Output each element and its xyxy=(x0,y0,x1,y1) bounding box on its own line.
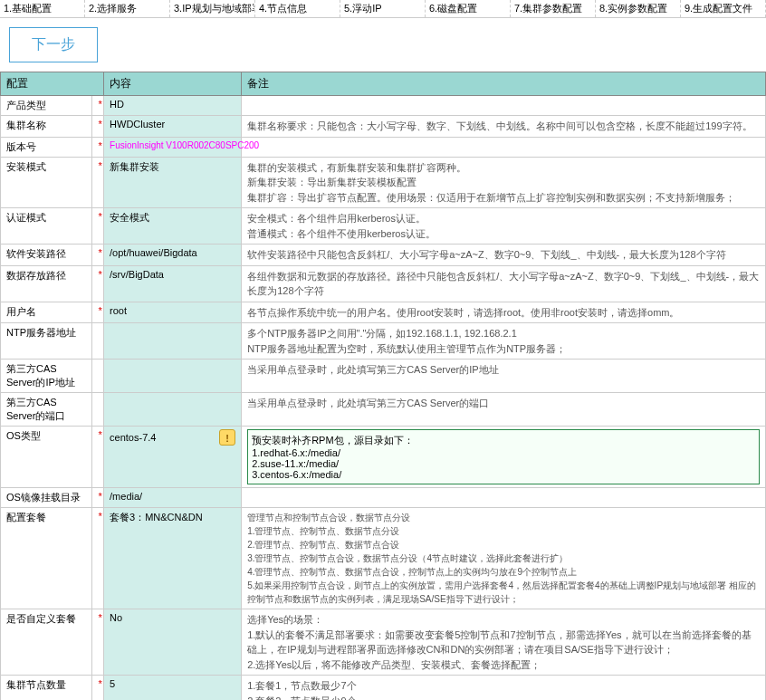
required-marker: * xyxy=(92,116,104,138)
note-product-type xyxy=(242,96,766,116)
note-pkg: 管理节点和控制节点合设，数据节点分设 1.管理节点、控制节点、数据节点分设 2.… xyxy=(242,508,766,609)
row-username: 用户名 * root 各节点操作系统中统一的用户名。使用root安装时，请选择r… xyxy=(1,302,766,323)
value-data-path[interactable]: /srv/BigData xyxy=(104,265,242,302)
label-os-mount: OS镜像挂载目录 xyxy=(1,488,92,508)
row-cluster-name: 集群名称 * HWDCluster 集群名称要求：只能包含：大小写字母、数字、下… xyxy=(1,116,766,138)
row-auth-mode: 认证模式 * 安全模式 安全模式：各个组件启用kerberos认证。 普通模式：… xyxy=(1,208,766,245)
label-data-path: 数据存放路径 xyxy=(1,265,92,302)
required-marker xyxy=(92,360,104,393)
required-marker: * xyxy=(92,208,104,245)
value-ntp[interactable] xyxy=(104,323,242,360)
wizard-steps: 1.基础配置 2.选择服务 3.IP规划与地域部署 4.节点信息 5.浮动IP … xyxy=(0,0,766,18)
note-cluster-name: 集群名称要求：只能包含：大小写字母、数字、下划线、中划线。名称中间可以包含空格，… xyxy=(242,116,766,138)
value-pkg[interactable]: 套餐3：MN&CN&DN xyxy=(104,508,242,609)
col-header-config: 配置 xyxy=(1,72,104,96)
note-auth-mode: 安全模式：各个组件启用kerberos认证。 普通模式：各个组件不使用kerbe… xyxy=(242,208,766,245)
row-data-path: 数据存放路径 * /srv/BigData 各组件数据和元数据的存放路径。路径中… xyxy=(1,265,766,302)
value-node-count[interactable]: 5 xyxy=(104,676,242,701)
note-data-path: 各组件数据和元数据的存放路径。路径中只能包含反斜杠/、大小写字母a~zA~Z、数… xyxy=(242,265,766,302)
step-1[interactable]: 1.基础配置 xyxy=(0,0,85,17)
row-version: 版本号 * FusionInsight V100R002C80SPC200 xyxy=(1,137,766,157)
row-os-mount: OS镜像挂载目录 * /media/ xyxy=(1,488,766,508)
row-pkg: 配置套餐 * 套餐3：MN&CN&DN 管理节点和控制节点合设，数据节点分设 1… xyxy=(1,508,766,609)
config-table: 配置 内容 备注 产品类型 * HD 集群名称 * HWDCluster 集群名… xyxy=(0,72,766,700)
value-cluster-name[interactable]: HWDCluster xyxy=(104,116,242,138)
label-node-count: 集群节点数量 xyxy=(1,676,92,701)
label-cas-port: 第三方CAS Server的端口 xyxy=(1,393,92,427)
label-custom: 是否自定义套餐 xyxy=(1,609,92,676)
required-marker: * xyxy=(92,508,104,609)
value-username[interactable]: root xyxy=(104,302,242,323)
value-product-type[interactable]: HD xyxy=(104,96,242,116)
label-pkg: 配置套餐 xyxy=(1,508,92,609)
required-marker xyxy=(92,323,104,360)
required-marker: * xyxy=(92,302,104,323)
required-marker: * xyxy=(92,157,104,208)
required-marker xyxy=(92,393,104,427)
row-cas-port: 第三方CAS Server的端口 当采用单点登录时，此处填写第三方CAS Ser… xyxy=(1,393,766,427)
required-marker: * xyxy=(92,96,104,116)
required-marker: * xyxy=(92,427,104,488)
label-product-type: 产品类型 xyxy=(1,96,92,116)
label-version: 版本号 xyxy=(1,137,92,157)
step-7[interactable]: 7.集群参数配置 xyxy=(511,0,596,17)
note-ntp: 多个NTP服务器IP之间用"."分隔，如192.168.1.1, 192.168… xyxy=(242,323,766,360)
col-header-content: 内容 xyxy=(104,72,242,96)
required-marker: * xyxy=(92,488,104,508)
step-3[interactable]: 3.IP规划与地域部署 xyxy=(170,0,255,17)
next-button[interactable]: 下一步 xyxy=(9,27,98,62)
label-install-path: 软件安装路径 xyxy=(1,245,92,266)
step-8[interactable]: 8.实例参数配置 xyxy=(596,0,681,17)
row-cas-ip: 第三方CAS Server的IP地址 当采用单点登录时，此处填写第三方CAS S… xyxy=(1,360,766,393)
step-5[interactable]: 5.浮动IP xyxy=(340,0,426,17)
label-install-mode: 安装模式 xyxy=(1,157,92,208)
note-version xyxy=(242,137,766,157)
row-product-type: 产品类型 * HD xyxy=(1,96,766,116)
label-ntp: NTP服务器地址 xyxy=(1,323,92,360)
note-os-type: 预安装时补齐RPM包，源目录如下： 1.redhat-6.x:/media/ 2… xyxy=(242,427,766,488)
row-node-count: 集群节点数量 * 5 1.套餐1，节点数最少7个 2.套餐2，节点数最少9个 3… xyxy=(1,676,766,701)
row-ntp: NTP服务器地址 多个NTP服务器IP之间用"."分隔，如192.168.1.1… xyxy=(1,323,766,360)
note-install-mode: 集群的安装模式，有新集群安装和集群扩容两种。 新集群安装：导出新集群安装模板配置… xyxy=(242,157,766,208)
step-9[interactable]: 9.生成配置文件 xyxy=(681,0,766,17)
label-cluster-name: 集群名称 xyxy=(1,116,92,138)
value-install-path[interactable]: /opt/huawei/Bigdata xyxy=(104,245,242,266)
note-username: 各节点操作系统中统一的用户名。使用root安装时，请选择root。使用非root… xyxy=(242,302,766,323)
label-username: 用户名 xyxy=(1,302,92,323)
note-cas-ip: 当采用单点登录时，此处填写第三方CAS Server的IP地址 xyxy=(242,360,766,393)
value-os-mount[interactable]: /media/ xyxy=(104,488,242,508)
note-cas-port: 当采用单点登录时，此处填写第三方CAS Server的端口 xyxy=(242,393,766,427)
required-marker: * xyxy=(92,676,104,701)
label-auth-mode: 认证模式 xyxy=(1,208,92,245)
value-version[interactable]: FusionInsight V100R002C80SPC200 xyxy=(104,137,242,157)
warning-icon: ! xyxy=(219,429,235,446)
label-os-type: OS类型 xyxy=(1,427,92,488)
row-custom: 是否自定义套餐 * No 选择Yes的场景： 1.默认的套餐不满足部署要求：如需… xyxy=(1,609,766,676)
note-install-path: 软件安装路径中只能包含反斜杠/、大小写字母a~zA~Z、数字0~9、下划线_、中… xyxy=(242,245,766,266)
value-install-mode[interactable]: 新集群安装 xyxy=(104,157,242,208)
step-2[interactable]: 2.选择服务 xyxy=(85,0,170,17)
required-marker: * xyxy=(92,137,104,157)
row-os-type: OS类型 * centos-7.4 ! 预安装时补齐RPM包，源目录如下： 1.… xyxy=(1,427,766,488)
value-cas-port[interactable] xyxy=(104,393,242,427)
step-4[interactable]: 4.节点信息 xyxy=(255,0,340,17)
step-6[interactable]: 6.磁盘配置 xyxy=(426,0,511,17)
label-cas-ip: 第三方CAS Server的IP地址 xyxy=(1,360,92,393)
value-cas-ip[interactable] xyxy=(104,360,242,393)
required-marker: * xyxy=(92,265,104,302)
row-install-mode: 安装模式 * 新集群安装 集群的安装模式，有新集群安装和集群扩容两种。 新集群安… xyxy=(1,157,766,208)
note-node-count: 1.套餐1，节点数最少7个 2.套餐2，节点数最少9个 3.套餐3，节点数最少3… xyxy=(242,676,766,701)
required-marker: * xyxy=(92,245,104,266)
note-custom: 选择Yes的场景： 1.默认的套餐不满足部署要求：如需要改变套餐5控制节点和7控… xyxy=(242,609,766,676)
col-header-note: 备注 xyxy=(242,72,766,96)
value-os-type[interactable]: centos-7.4 ! xyxy=(104,427,242,488)
row-install-path: 软件安装路径 * /opt/huawei/Bigdata 软件安装路径中只能包含… xyxy=(1,245,766,266)
note-os-mount xyxy=(242,488,766,508)
value-custom[interactable]: No xyxy=(104,609,242,676)
required-marker: * xyxy=(92,609,104,676)
value-auth-mode[interactable]: 安全模式 xyxy=(104,208,242,245)
